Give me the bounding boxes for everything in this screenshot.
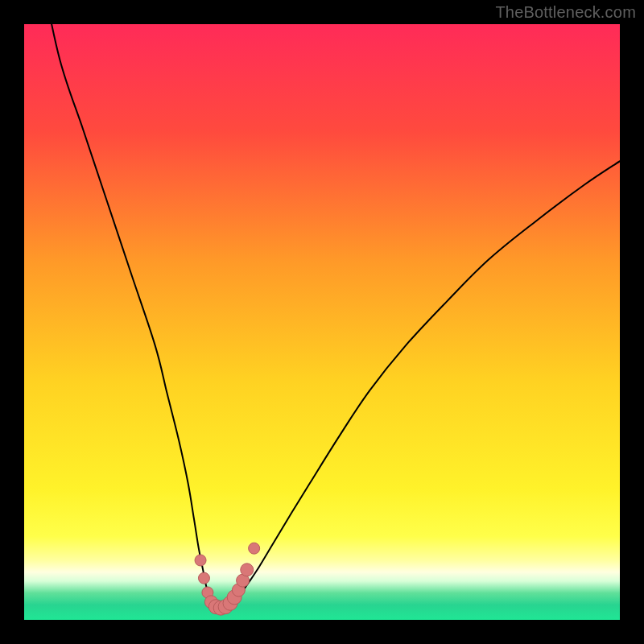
plot-area	[24, 24, 620, 620]
watermark-label: TheBottleneck.com	[495, 3, 636, 22]
marker-dot	[241, 564, 254, 576]
bottleneck-curve	[42, 24, 620, 609]
curve-layer	[24, 24, 620, 620]
marker-dots	[195, 543, 260, 615]
marker-dot	[249, 543, 260, 554]
marker-dot	[195, 555, 206, 566]
marker-dot	[198, 572, 209, 584]
chart-frame: TheBottleneck.com	[0, 0, 644, 644]
